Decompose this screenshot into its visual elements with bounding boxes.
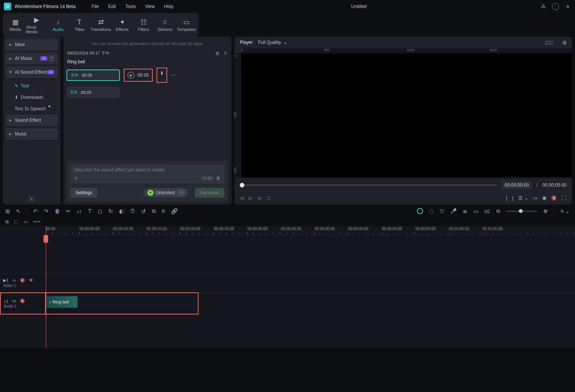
menu-edit[interactable]: Edit xyxy=(103,2,121,11)
prev-icon[interactable]: ◁ xyxy=(240,195,244,201)
zoom-thumb[interactable] xyxy=(519,209,523,213)
sidebar-ai-music[interactable]: ▶AI MusicAI? xyxy=(5,53,58,64)
zoom-in-icon[interactable]: ⊕ xyxy=(543,208,548,214)
reverse-icon[interactable]: ↺ xyxy=(141,208,146,214)
tab-stickers[interactable]: ☆Stickers xyxy=(154,15,176,34)
link-icon[interactable]: 🔗 xyxy=(171,208,178,214)
speed-icon[interactable]: ⏱ xyxy=(130,208,135,214)
audio-result-1[interactable]: ⊪⊪00:05 xyxy=(66,69,120,81)
link-track-icon[interactable]: ⬚ xyxy=(14,219,18,224)
audio-track-label[interactable]: ♪1▭🔇 Audio 1 xyxy=(0,292,46,315)
trash-icon[interactable]: 🗑 xyxy=(215,51,220,56)
text-icon[interactable]: T xyxy=(88,208,92,214)
collapse-sidebar-button[interactable]: ‹ xyxy=(28,195,35,202)
render-status-icon[interactable] xyxy=(417,208,423,214)
track-options-icon[interactable]: ≡ ⌄ xyxy=(560,208,570,214)
redo-icon[interactable]: ↷ xyxy=(44,208,48,214)
time-ruler[interactable]: 00:00 00:00:05:00 00:00:10:00 00:00:15:0… xyxy=(46,226,575,235)
cursor-icon[interactable]: ↖ xyxy=(16,208,21,214)
more-icon[interactable]: ⋯ xyxy=(171,73,176,78)
subtitle-icon[interactable]: cc xyxy=(485,208,490,214)
folder-icon[interactable]: ▭ xyxy=(12,278,16,283)
audio-result-2[interactable]: ⊪⊪00:05 xyxy=(66,87,120,98)
refresh-icon[interactable]: ↻ xyxy=(224,51,228,56)
help-icon[interactable]: ? xyxy=(179,190,184,195)
menu-help[interactable]: Help xyxy=(160,2,178,11)
crop-icon[interactable]: ◻ xyxy=(98,208,102,214)
menu-icon[interactable]: ≡ xyxy=(564,3,571,10)
sidebar-tts[interactable]: Text To Speech xyxy=(5,103,58,115)
layout-icon[interactable]: ⊞ xyxy=(5,208,10,214)
mute-icon[interactable]: 🔇 xyxy=(20,298,25,303)
video-track-label[interactable]: ▶1▭🔇👁 Video 1 xyxy=(0,273,46,292)
render-icon[interactable]: ◌ xyxy=(429,208,434,214)
next-icon[interactable]: ▷ xyxy=(258,195,262,201)
zoom-out-icon[interactable]: ⊖ xyxy=(496,208,501,214)
mixer-icon[interactable]: ≣ xyxy=(463,208,467,214)
sidebar-music[interactable]: ▶Music xyxy=(5,128,58,140)
audio-track[interactable]: ♪ Ring bell xyxy=(46,292,199,315)
sidebar-downloads[interactable]: ⬇Downloads xyxy=(5,92,58,103)
tab-templates[interactable]: ▭Templates xyxy=(176,15,197,34)
marker-icon[interactable]: ▽ xyxy=(440,208,444,214)
tab-media[interactable]: ▦Media xyxy=(5,15,26,34)
sidebar-tool[interactable]: ✎Tool xyxy=(5,80,58,92)
camera-icon[interactable]: ◉ xyxy=(542,195,546,201)
zoom-slider[interactable] xyxy=(507,211,537,212)
video-track[interactable] xyxy=(46,273,575,292)
compare-icon[interactable]: ◫◫ xyxy=(545,40,553,45)
adjust-icon[interactable]: ▭ xyxy=(473,208,478,214)
mute-icon[interactable]: 🔇 xyxy=(20,278,25,283)
tab-transitions[interactable]: ⇄Transitions xyxy=(90,15,111,34)
mark-in-icon[interactable]: { xyxy=(506,195,507,201)
gift-icon[interactable]: ⁂ xyxy=(540,3,547,10)
tab-filters[interactable]: ☷Filters xyxy=(133,15,154,34)
menu-file[interactable]: File xyxy=(87,2,103,11)
lock-track-icon[interactable]: ▭ xyxy=(24,219,28,224)
preview-canvas[interactable] xyxy=(241,53,572,177)
duplicate-track-icon[interactable]: ⧉ xyxy=(5,219,9,224)
mic-icon[interactable]: 🎤 xyxy=(450,208,457,214)
beat-icon[interactable]: ♪↕ xyxy=(77,208,82,214)
track-spacer[interactable] xyxy=(46,235,575,273)
prompt-input[interactable]: Describe the sound effect you want to cr… xyxy=(74,167,221,173)
group-icon[interactable]: ⧉ xyxy=(152,208,156,215)
folder-icon[interactable]: ▭ xyxy=(12,298,16,303)
tab-titles[interactable]: TTitles xyxy=(69,15,90,34)
scrub-bar[interactable] xyxy=(240,184,497,186)
color-icon[interactable]: ◐ xyxy=(119,208,124,214)
menu-view[interactable]: View xyxy=(141,2,160,11)
tab-audio[interactable]: ♪Audio xyxy=(47,15,69,34)
unlimited-pill[interactable]: +Unlimited? xyxy=(144,188,188,197)
play-icon[interactable]: ▷ xyxy=(249,195,253,201)
display-icon[interactable]: ▭ xyxy=(533,195,538,201)
sidebar-sound-effect[interactable]: ▶Sound Effect xyxy=(5,115,58,126)
marker-list-icon[interactable]: ☰ ⌄ xyxy=(518,195,528,201)
mute-icon[interactable]: 🔇 xyxy=(551,195,557,201)
tab-effects[interactable]: ✦Effects xyxy=(111,15,133,34)
snapshot-icon[interactable]: ▦ xyxy=(562,40,567,45)
download-box[interactable]: ⬇ xyxy=(157,68,167,83)
quality-select[interactable]: Full Quality⌄ xyxy=(258,40,287,45)
fullscreen-icon[interactable]: ⛶ xyxy=(562,195,567,201)
settings-button[interactable]: Settings xyxy=(70,188,97,198)
help-icon[interactable]: ? xyxy=(49,56,54,61)
tab-stock[interactable]: ▶Stock Media xyxy=(26,15,47,34)
audio-clip[interactable]: ♪ Ring bell xyxy=(46,295,78,308)
stop-icon[interactable]: □ xyxy=(267,195,270,201)
menu-tools[interactable]: Tools xyxy=(121,2,141,11)
copy-icon[interactable]: ⎘ xyxy=(162,208,165,214)
sidebar-mine[interactable]: ▶Mine xyxy=(5,39,58,50)
shuffle-icon[interactable]: ⤮ xyxy=(74,176,78,181)
sidebar-ai-sfx[interactable]: ▶AI Sound EffectAI xyxy=(5,66,58,78)
delete-icon[interactable]: 🗑 xyxy=(55,208,60,214)
undo-icon[interactable]: ↶ xyxy=(33,208,38,214)
eye-icon[interactable]: 👁 xyxy=(29,278,33,282)
mark-out-icon[interactable]: } xyxy=(512,195,514,201)
playhead[interactable] xyxy=(46,226,46,348)
play-icon[interactable]: ▶ xyxy=(128,72,134,79)
speed-ramp-icon[interactable]: ↻ xyxy=(108,208,113,214)
circle-icon[interactable] xyxy=(552,3,559,10)
cut-icon[interactable]: ✂ xyxy=(66,208,71,214)
magnet-icon[interactable]: ✂✂ xyxy=(33,219,41,224)
